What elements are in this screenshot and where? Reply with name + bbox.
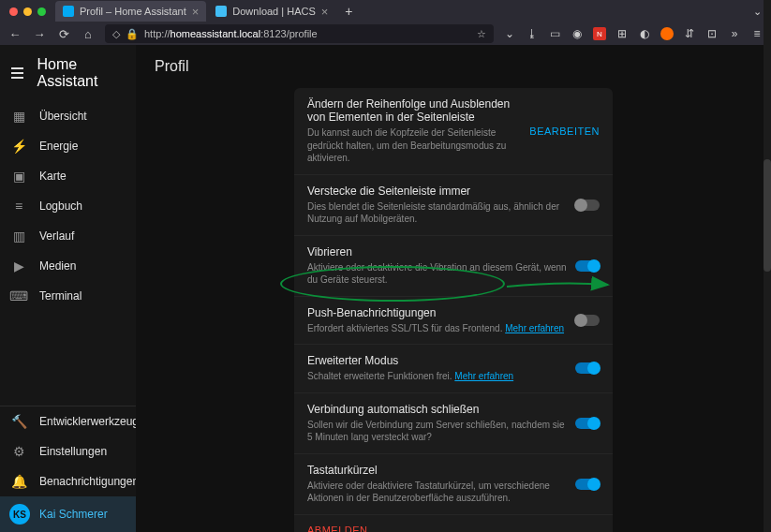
row-desc: Aktiviere oder deaktiviere Tastaturkürze… xyxy=(307,480,568,505)
logout-button[interactable]: ABMELDEN xyxy=(294,515,613,533)
tab-title: Download | HACS xyxy=(232,6,315,17)
url-text: http://homeassistant.local:8123/profile xyxy=(144,28,471,39)
extension-icon[interactable]: N xyxy=(593,27,606,40)
browser-tab-active[interactable]: Profil – Home Assistant × xyxy=(55,1,206,22)
toggle-auto-close[interactable] xyxy=(575,418,600,429)
row-desc: Dies blendet die Seitenleiste standardmä… xyxy=(307,200,568,226)
close-window-icon[interactable] xyxy=(9,7,18,16)
new-tab-button[interactable]: + xyxy=(337,4,360,19)
row-auto-close: Verbindung automatisch schließen Sollen … xyxy=(294,393,613,454)
download-icon[interactable]: ⭳ xyxy=(526,27,539,40)
row-title: Tastaturkürzel xyxy=(307,464,568,477)
overflow-icon[interactable]: » xyxy=(728,27,741,40)
app: Home Assistant ▦Übersicht ⚡Energie ▣Kart… xyxy=(0,45,771,532)
sidebar-user[interactable]: KS Kai Schmerer xyxy=(0,496,136,532)
row-desc: Du kannst auch die Kopfzeile der Seitenl… xyxy=(307,126,522,165)
sidebar-item-label: Einstellungen xyxy=(39,445,107,458)
grid-icon[interactable]: ⊞ xyxy=(615,27,629,40)
row-desc: Aktiviere oder deaktiviere die Vibration… xyxy=(307,261,568,287)
chart-icon: ▥ xyxy=(11,229,26,244)
map-icon: ▣ xyxy=(11,169,26,184)
bolt-icon: ⚡ xyxy=(11,139,26,154)
home-button[interactable]: ⌂ xyxy=(81,27,96,41)
gear-icon: ⚙ xyxy=(11,444,26,459)
row-sidebar-edit: Ändern der Reihenfolge und Ausblenden vo… xyxy=(294,88,613,175)
toggle-push-notifications[interactable] xyxy=(575,315,600,326)
favicon-icon xyxy=(63,6,74,17)
dashboard-icon: ▦ xyxy=(11,109,26,124)
sidebar-item-label: Benachrichtigungen xyxy=(39,475,139,488)
extension-icon[interactable]: ⊡ xyxy=(705,27,719,40)
row-keyboard-shortcuts: Tastaturkürzel Aktiviere oder deaktivier… xyxy=(294,454,613,515)
user-name: Kai Schmerer xyxy=(39,508,108,521)
extension-icon[interactable] xyxy=(660,27,674,40)
learn-more-link[interactable]: Mehr erfahren xyxy=(505,323,564,333)
sidebar-item-label: Verlauf xyxy=(39,229,74,243)
row-desc: Schaltet erweiterte Funktionen frei. Meh… xyxy=(307,370,568,383)
edit-button[interactable]: BEARBEITEN xyxy=(529,126,600,137)
forward-button[interactable]: → xyxy=(32,27,47,41)
account-icon[interactable]: ◉ xyxy=(571,27,584,40)
sidebar-item-label: Logbuch xyxy=(39,200,82,213)
sidebar-item-label: Energie xyxy=(39,140,78,153)
lock-icon: 🔒 xyxy=(126,28,139,40)
bell-icon: 🔔 xyxy=(11,474,26,489)
browser-tab[interactable]: Download | HACS × xyxy=(208,1,335,22)
sidebar-item-history[interactable]: ▥Verlauf xyxy=(0,221,136,251)
settings-card: Ändern der Reihenfolge und Ausblenden vo… xyxy=(294,88,613,532)
sidebar-items: ▦Übersicht ⚡Energie ▣Karte ≡Logbuch ▥Ver… xyxy=(0,101,136,406)
reader-icon[interactable]: ▭ xyxy=(548,27,561,40)
pocket-icon[interactable]: ⌄ xyxy=(503,27,516,40)
sidebar-item-label: Übersicht xyxy=(39,110,87,123)
toggle-advanced-mode[interactable] xyxy=(575,362,600,374)
reload-button[interactable]: ⟳ xyxy=(56,27,71,41)
close-tab-icon[interactable]: × xyxy=(321,5,329,19)
sidebar-item-notifications[interactable]: 🔔Benachrichtigungen xyxy=(0,466,136,496)
extension-icon[interactable]: ◐ xyxy=(638,27,651,40)
learn-more-link[interactable]: Mehr erfahren xyxy=(454,371,513,381)
sidebar-item-settings[interactable]: ⚙Einstellungen xyxy=(0,436,136,466)
sidebar-bottom: 🔨Entwicklerwerkzeuge ⚙Einstellungen 🔔Ben… xyxy=(0,406,136,532)
close-tab-icon[interactable]: × xyxy=(192,5,200,19)
sidebar-item-overview[interactable]: ▦Übersicht xyxy=(0,101,136,131)
row-title: Verbindung automatisch schließen xyxy=(307,403,568,416)
list-icon: ≡ xyxy=(11,199,26,214)
extension-icon[interactable]: ⇵ xyxy=(683,27,696,40)
hamburger-icon[interactable] xyxy=(11,67,23,79)
toggle-hide-sidebar[interactable] xyxy=(575,200,600,211)
row-title: Vibrieren xyxy=(307,245,568,259)
tab-bar: Profil – Home Assistant × Download | HAC… xyxy=(0,0,771,22)
content: Ändern der Reihenfolge und Ausblenden vo… xyxy=(136,88,771,532)
bookmark-star-icon[interactable]: ☆ xyxy=(477,28,486,40)
row-title: Ändern der Reihenfolge und Ausblenden vo… xyxy=(307,97,522,124)
sidebar-item-map[interactable]: ▣Karte xyxy=(0,161,136,191)
toolbar-icons: ⌄ ⭳ ▭ ◉ N ⊞ ◐ ⇵ ⊡ » ≡ xyxy=(503,27,764,40)
scrollbar-thumb[interactable] xyxy=(764,159,771,272)
row-title: Erweiterter Modus xyxy=(307,354,568,367)
row-hide-sidebar: Verstecke die Seitenleiste immer Dies bl… xyxy=(294,175,613,236)
row-vibrate: Vibrieren Aktiviere oder deaktiviere die… xyxy=(294,236,613,297)
maximize-window-icon[interactable] xyxy=(37,7,46,16)
sidebar-item-label: Entwicklerwerkzeuge xyxy=(39,415,145,428)
toggle-keyboard-shortcuts[interactable] xyxy=(575,479,600,490)
sidebar-item-media[interactable]: ▶Medien xyxy=(0,251,136,281)
sidebar-item-logbook[interactable]: ≡Logbuch xyxy=(0,191,136,221)
row-title: Verstecke die Seitenleiste immer xyxy=(307,185,568,198)
nav-bar: ← → ⟳ ⌂ ◇ 🔒 http://homeassistant.local:8… xyxy=(0,22,771,45)
avatar: KS xyxy=(9,504,30,525)
sidebar-item-terminal[interactable]: ⌨Terminal xyxy=(0,281,136,311)
row-push-notifications: Push-Benachrichtigungen Erfordert aktivi… xyxy=(294,297,613,346)
browser-chrome: Profil – Home Assistant × Download | HAC… xyxy=(0,0,771,45)
sidebar-item-devtools[interactable]: 🔨Entwicklerwerkzeuge xyxy=(0,406,136,436)
back-button[interactable]: ← xyxy=(7,27,22,41)
sidebar: Home Assistant ▦Übersicht ⚡Energie ▣Kart… xyxy=(0,45,136,532)
minimize-window-icon[interactable] xyxy=(23,7,32,16)
favicon-icon xyxy=(215,6,227,17)
menu-icon[interactable]: ≡ xyxy=(750,27,764,40)
row-title: Push-Benachrichtigungen xyxy=(307,306,568,319)
shield-icon: ◇ xyxy=(112,28,120,40)
toggle-vibrate[interactable] xyxy=(575,260,600,272)
window-controls[interactable] xyxy=(6,7,53,16)
url-bar[interactable]: ◇ 🔒 http://homeassistant.local:8123/prof… xyxy=(105,24,494,43)
sidebar-item-energy[interactable]: ⚡Energie xyxy=(0,131,136,161)
